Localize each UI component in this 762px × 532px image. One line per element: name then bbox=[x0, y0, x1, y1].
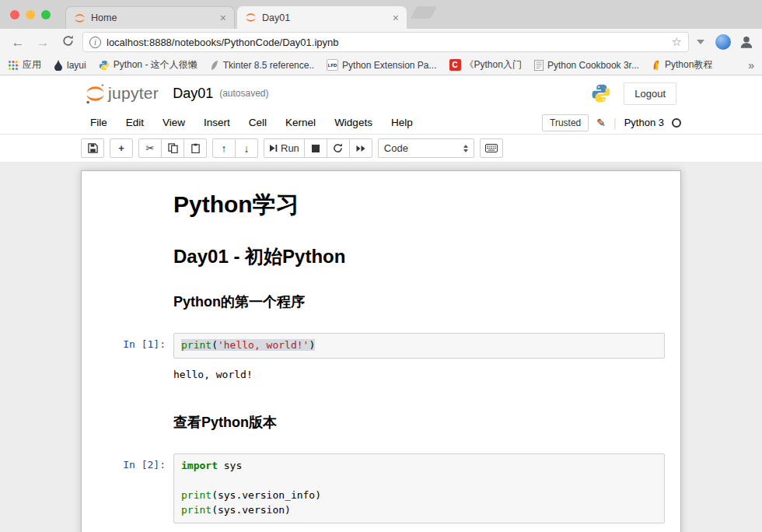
bookmark-star-icon[interactable]: ☆ bbox=[672, 35, 682, 49]
notebook-container: Python学习 Day01 - 初始Python Python的第一个程序 I… bbox=[81, 170, 681, 532]
code-cell-2[interactable]: In [2]: import sys print(sys.version_inf… bbox=[93, 450, 669, 527]
bookmarks-overflow-chevron[interactable]: » bbox=[748, 59, 754, 72]
output-text: sys.version_info(major=3, minor=6, micro… bbox=[173, 529, 665, 532]
jupyter-logo-text: jupyter bbox=[108, 84, 159, 103]
copy-icon bbox=[168, 143, 178, 153]
browser-window: Home × Day01 × ← → i local bbox=[0, 0, 762, 532]
arrow-up-icon: ↑ bbox=[222, 143, 227, 154]
prompt bbox=[97, 184, 173, 229]
jupyter-menubar: File Edit View Insert Cell Kernel Widget… bbox=[0, 111, 762, 135]
markdown-cell-h3-second[interactable]: 查看Python版本 bbox=[93, 401, 669, 442]
code-input[interactable]: print('hello, world!') bbox=[173, 333, 665, 359]
heading-day01: Day01 - 初始Python bbox=[173, 244, 665, 269]
move-cell-up-button[interactable]: ↑ bbox=[212, 138, 236, 158]
extension-globe-icon[interactable] bbox=[715, 34, 731, 50]
cell-type-select[interactable]: Code bbox=[378, 138, 474, 158]
zoom-window-button[interactable] bbox=[41, 10, 51, 19]
add-cell-button[interactable]: + bbox=[110, 138, 133, 158]
browser-navbar: ← → i localhost:8888/notebooks/PythonCod… bbox=[0, 29, 762, 55]
restart-run-all-button[interactable] bbox=[349, 138, 372, 158]
move-cell-down-button[interactable]: ↓ bbox=[235, 138, 258, 158]
bookmark-item-python-intro[interactable]: C 《Python入门 bbox=[449, 58, 522, 72]
cut-cell-button[interactable]: ✂ bbox=[138, 138, 162, 158]
tab-home[interactable]: Home × bbox=[65, 6, 235, 29]
tab-day01[interactable]: Day01 × bbox=[237, 6, 407, 29]
divider: | bbox=[613, 117, 617, 129]
run-label: Run bbox=[281, 142, 299, 154]
output-prompt bbox=[97, 364, 173, 383]
menu-kernel[interactable]: Kernel bbox=[276, 114, 325, 131]
tab-strip: Home × Day01 × bbox=[0, 0, 762, 29]
menu-help[interactable]: Help bbox=[382, 114, 422, 131]
notebook-title[interactable]: Day01 bbox=[173, 86, 213, 102]
bookmark-label: Python教程 bbox=[665, 58, 712, 72]
markdown-cell-h1[interactable]: Python学习 bbox=[93, 180, 669, 233]
output-area-2: sys.version_info(major=3, minor=6, micro… bbox=[93, 527, 669, 532]
jupyter-toolbar: + ✂ ↑ ↓ bbox=[0, 135, 762, 163]
code-cell-1[interactable]: In [1]: print('hello, world!') bbox=[93, 329, 669, 362]
menu-file[interactable]: File bbox=[81, 114, 117, 131]
bookmark-item-python-extension[interactable]: LFD Python Extension Pa... bbox=[327, 59, 436, 71]
prompt bbox=[97, 405, 173, 438]
heading-python-study: Python学习 bbox=[173, 189, 665, 221]
keyboard-icon bbox=[485, 144, 498, 152]
output-text: hello, world! bbox=[173, 364, 665, 383]
url-bar[interactable]: i localhost:8888/notebooks/PythonCode/Da… bbox=[82, 32, 689, 52]
restart-kernel-button[interactable] bbox=[327, 138, 350, 158]
prompt bbox=[97, 285, 173, 317]
markdown-cell-h3-first[interactable]: Python的第一个程序 bbox=[93, 281, 669, 321]
menu-edit[interactable]: Edit bbox=[117, 114, 153, 131]
python-icon bbox=[99, 60, 110, 71]
refresh-button[interactable] bbox=[58, 35, 78, 49]
bookmark-item-tkinter[interactable]: Tkinter 8.5 reference.. bbox=[210, 60, 314, 71]
bookmark-item-python-tutorial[interactable]: Python教程 bbox=[652, 58, 712, 72]
bookmark-item-apps[interactable]: 应用 bbox=[8, 58, 41, 72]
run-cell-button[interactable]: Run bbox=[264, 138, 305, 158]
jupyter-favicon-icon bbox=[74, 12, 86, 24]
back-button[interactable]: ← bbox=[8, 36, 28, 49]
arrow-down-icon: ↓ bbox=[244, 143, 250, 154]
tab-close-icon[interactable]: × bbox=[393, 12, 399, 23]
bookmarks-bar: 应用 layui Python - 这个人很懒 Tkinter 8.5 refe… bbox=[0, 55, 762, 75]
output-prompt bbox=[97, 529, 173, 532]
bookmark-item-cookbook[interactable]: Python Cookbook 3r... bbox=[534, 60, 639, 71]
menu-view[interactable]: View bbox=[153, 114, 194, 131]
new-tab-button[interactable] bbox=[411, 6, 438, 19]
menu-widgets[interactable]: Widgets bbox=[325, 114, 382, 131]
logout-button[interactable]: Logout bbox=[624, 82, 676, 105]
tab-title: Day01 bbox=[262, 12, 387, 23]
bookmark-item-python-blog[interactable]: Python - 这个人很懒 bbox=[99, 58, 197, 72]
code-input[interactable]: import sys print(sys.version_info)print(… bbox=[173, 453, 665, 523]
lfd-icon: LFD bbox=[327, 59, 338, 71]
edit-mode-pencil-icon: ✎ bbox=[596, 117, 606, 129]
close-window-button[interactable] bbox=[10, 10, 19, 19]
python-logo-icon bbox=[591, 83, 611, 103]
minimize-window-button[interactable] bbox=[26, 10, 35, 19]
notebook-scroll-area[interactable]: Python学习 Day01 - 初始Python Python的第一个程序 I… bbox=[0, 163, 762, 532]
forward-button[interactable]: → bbox=[33, 36, 53, 49]
tutorial-feather-icon bbox=[652, 60, 661, 71]
bookmark-label: Python Extension Pa... bbox=[342, 60, 436, 71]
restart-icon bbox=[333, 143, 343, 153]
cell-type-value: Code bbox=[384, 142, 408, 154]
menu-insert[interactable]: Insert bbox=[194, 114, 239, 131]
page-info-icon[interactable]: i bbox=[89, 37, 101, 48]
interrupt-kernel-button[interactable] bbox=[304, 138, 327, 158]
command-palette-button[interactable] bbox=[480, 138, 503, 158]
downloads-dropdown-icon[interactable] bbox=[697, 40, 704, 44]
jupyter-logo[interactable]: jupyter bbox=[86, 83, 159, 104]
tab-close-icon[interactable]: × bbox=[220, 12, 226, 23]
run-step-icon bbox=[269, 144, 278, 152]
profile-icon[interactable] bbox=[739, 34, 754, 50]
markdown-cell-h2[interactable]: Day01 - 初始Python bbox=[93, 233, 669, 281]
trusted-badge[interactable]: Trusted bbox=[542, 114, 589, 131]
menu-cell[interactable]: Cell bbox=[239, 114, 276, 131]
paste-cell-button[interactable] bbox=[184, 138, 207, 158]
copy-cell-button[interactable] bbox=[161, 138, 184, 158]
bookmark-label: 《Python入门 bbox=[465, 58, 522, 72]
bookmark-item-layui[interactable]: layui bbox=[54, 60, 86, 71]
feather-icon bbox=[210, 60, 219, 71]
scissors-icon: ✂ bbox=[146, 142, 155, 154]
save-button[interactable] bbox=[81, 138, 104, 158]
kernel-name-label: Python 3 bbox=[624, 117, 664, 128]
